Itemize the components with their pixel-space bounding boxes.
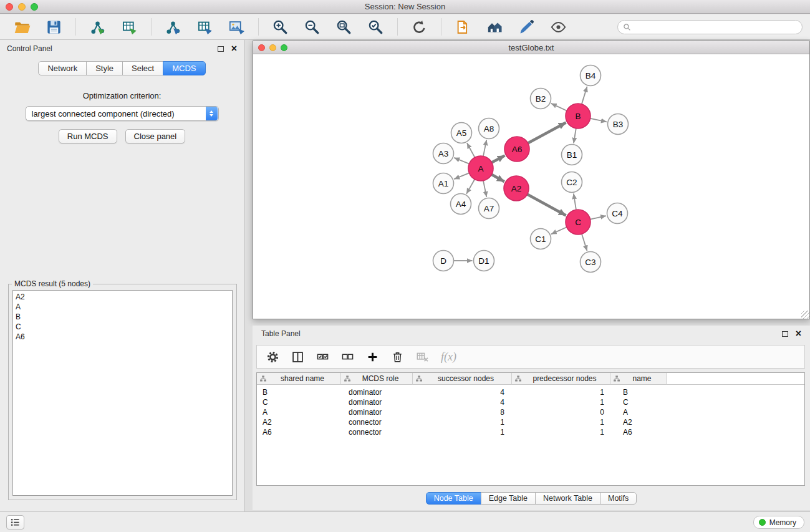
mcds-result-item[interactable]: A [16, 302, 229, 312]
table-cell[interactable]: A2 [610, 418, 667, 427]
graph-node-C1[interactable]: C1 [531, 229, 551, 249]
table-cell[interactable]: 1 [512, 428, 610, 437]
graph-node-A1[interactable]: A1 [433, 173, 454, 194]
table-cell[interactable]: 1 [413, 418, 512, 427]
import-table-from-file-button[interactable] [118, 17, 141, 37]
graph-node-A8[interactable]: A8 [479, 118, 499, 139]
mcds-result-item[interactable]: C [16, 322, 229, 332]
column-header-predecessor-nodes[interactable]: predecessor nodes [512, 373, 610, 385]
tab-mcds[interactable]: MCDS [163, 61, 205, 75]
table-cell[interactable]: A6 [257, 428, 341, 437]
table-cell[interactable]: A [610, 408, 667, 417]
minimize-window-button[interactable] [18, 3, 26, 11]
network-close-button[interactable] [258, 44, 265, 51]
network-minimize-button[interactable] [269, 44, 276, 51]
table-cell[interactable]: A2 [257, 418, 341, 427]
table-cell[interactable]: B [610, 388, 667, 397]
graph-edge-B-B1[interactable] [574, 128, 576, 143]
show-columns-button[interactable] [287, 348, 309, 366]
table-cell[interactable]: 4 [413, 398, 512, 407]
graph-edge-A-A4[interactable] [466, 179, 475, 193]
graph-node-B4[interactable]: B4 [581, 65, 601, 86]
graph-node-C[interactable]: C [566, 210, 591, 235]
graph-edge-A-A3[interactable] [454, 158, 469, 164]
tab-select[interactable]: Select [122, 61, 163, 75]
graph-node-A[interactable]: A [468, 156, 493, 181]
search-input[interactable] [617, 20, 803, 34]
graph-edge-A6-B[interactable] [528, 122, 566, 143]
close-panel-icon[interactable] [231, 45, 237, 52]
select-all-rows-button[interactable] [312, 348, 334, 366]
table-cell[interactable]: 1 [512, 388, 610, 397]
mcds-result-item[interactable]: A6 [16, 332, 229, 342]
table-cell[interactable]: 1 [512, 418, 610, 427]
table-cell[interactable]: 4 [413, 388, 512, 397]
graph-edge-A-A6[interactable] [492, 155, 505, 162]
float-panel-icon[interactable] [218, 46, 224, 52]
run-mcds-button[interactable]: Run MCDS [59, 129, 117, 143]
column-header-shared-name[interactable]: shared name [257, 373, 341, 385]
table-cell[interactable]: A6 [610, 428, 667, 437]
criterion-dropdown[interactable]: largest connected component (directed) [26, 106, 219, 121]
maximize-window-button[interactable] [31, 3, 38, 11]
table-row[interactable]: Bdominator41B [257, 387, 804, 397]
graph-node-B3[interactable]: B3 [608, 114, 629, 135]
table-cell[interactable]: 1 [413, 428, 512, 437]
graph-node-B[interactable]: B [566, 104, 591, 128]
table-cell[interactable]: 1 [512, 398, 610, 407]
graph-edge-B-B3[interactable] [591, 118, 607, 122]
window-resize-grip[interactable] [801, 311, 809, 319]
memory-button[interactable]: Memory [753, 516, 804, 529]
graph-edge-A-A5[interactable] [467, 143, 475, 157]
graph-node-A6[interactable]: A6 [504, 137, 529, 162]
deselect-all-rows-button[interactable] [337, 348, 359, 366]
export-table-button[interactable] [193, 17, 216, 37]
graph-node-B2[interactable]: B2 [531, 89, 551, 109]
window-titlebar[interactable]: Session: New Session [0, 0, 810, 14]
graph-node-A3[interactable]: A3 [433, 143, 454, 164]
table-row[interactable]: Adominator80A [257, 407, 804, 417]
column-header-mcds-role[interactable]: MCDS role [341, 373, 413, 385]
table-cell[interactable]: dominator [341, 408, 413, 417]
create-column-button[interactable] [362, 348, 383, 366]
refresh-network-view-button[interactable] [408, 17, 431, 37]
table-cell[interactable]: dominator [341, 388, 413, 397]
paint-style-button[interactable] [515, 17, 538, 37]
tab-node-table[interactable]: Node Table [426, 492, 481, 505]
show-hide-elements-button[interactable] [547, 17, 570, 37]
zoom-out-button[interactable] [301, 17, 324, 37]
graph-edge-A2-C[interactable] [528, 195, 566, 216]
table-cell[interactable]: C [610, 398, 667, 407]
column-header-name[interactable]: name [610, 373, 667, 385]
graph-edge-B-B4[interactable] [582, 87, 587, 104]
graph-edge-A-A1[interactable] [454, 173, 469, 179]
export-image-button[interactable] [225, 17, 248, 37]
network-maximize-button[interactable] [281, 44, 287, 51]
zoom-selected-button[interactable] [364, 17, 387, 37]
close-mcds-panel-button[interactable]: Close panel [125, 129, 186, 143]
graph-node-B1[interactable]: B1 [562, 145, 582, 165]
open-session-button[interactable] [11, 17, 34, 37]
zoom-in-button[interactable] [269, 17, 292, 37]
graph-edge-B-B2[interactable] [551, 104, 567, 111]
table-cell[interactable]: 8 [413, 408, 512, 417]
export-network-button[interactable] [162, 17, 185, 37]
save-session-button[interactable] [42, 17, 65, 37]
mcds-result-item[interactable]: A2 [16, 292, 229, 302]
graph-node-D[interactable]: D [433, 251, 454, 271]
graph-node-A7[interactable]: A7 [479, 198, 499, 219]
tab-style[interactable]: Style [86, 61, 123, 75]
tab-network-table[interactable]: Network Table [535, 492, 600, 505]
table-cell[interactable]: connector [341, 428, 413, 437]
zoom-fit-button[interactable] [332, 17, 355, 37]
delete-columns-button[interactable] [387, 348, 408, 366]
table-cell[interactable]: A [257, 408, 341, 417]
table-cell[interactable]: C [257, 398, 341, 407]
table-row[interactable]: Cdominator41C [257, 397, 804, 407]
home-view-button[interactable] [483, 17, 506, 37]
tab-edge-table[interactable]: Edge Table [481, 492, 536, 505]
network-window-titlebar[interactable]: testGlobe.txt [253, 41, 809, 54]
task-history-button[interactable] [6, 515, 24, 530]
graph-node-D1[interactable]: D1 [474, 251, 494, 271]
import-network-from-file-button[interactable] [86, 17, 109, 37]
